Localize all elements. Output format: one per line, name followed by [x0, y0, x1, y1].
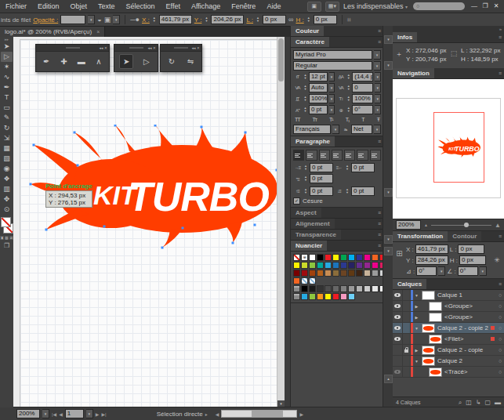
swatch[interactable] — [325, 254, 332, 261]
eye-icon-dimmed[interactable] — [394, 370, 401, 374]
collapsed-panel-icon[interactable]: ▾ — [384, 247, 393, 255]
leading-field[interactable]: (14,4 pt) — [352, 72, 373, 81]
nav-zoom-slider[interactable] — [431, 225, 491, 226]
type-style-button-4[interactable]: T — [361, 117, 364, 122]
lock-cell[interactable] — [403, 312, 411, 322]
swatch[interactable] — [309, 262, 316, 269]
pen-tool-icon[interactable]: ✒ — [1, 82, 13, 92]
swatch[interactable] — [301, 262, 308, 269]
v-scale-field[interactable]: 100% — [352, 94, 373, 103]
info-panel-header[interactable]: Infos ≡ — [393, 32, 504, 43]
visibility-cell[interactable] — [393, 334, 403, 344]
swatch[interactable] — [332, 293, 339, 300]
v-scale-dropdown-icon[interactable]: ▾ — [375, 94, 381, 103]
anchor-point[interactable] — [45, 229, 48, 231]
delete-layer-icon[interactable]: ▬ — [495, 399, 501, 406]
tab-navigation[interactable]: Navigation — [393, 68, 434, 78]
height-field[interactable]: 0 px — [314, 15, 337, 24]
layer-row[interactable]: <Filet>○ — [393, 334, 504, 345]
column-graph-tool-icon[interactable]: ▥ — [1, 184, 13, 194]
swatch[interactable] — [309, 293, 316, 300]
scroll-left-icon[interactable]: ◀ — [216, 411, 219, 417]
width-field[interactable]: 0 px — [263, 15, 286, 24]
swatch[interactable] — [372, 285, 379, 292]
swatch[interactable] — [348, 293, 355, 300]
selection-tool-icon[interactable]: ➤ — [119, 54, 133, 69]
font-family-field[interactable]: Myriad Pro — [293, 50, 372, 60]
layer-name[interactable]: <Groupe> — [442, 313, 496, 320]
swatch[interactable] — [293, 270, 300, 277]
swatch[interactable] — [301, 270, 308, 277]
magic-wand-tool-icon[interactable]: ✶ — [1, 62, 13, 72]
last-artboard-icon[interactable]: ▶| — [101, 411, 106, 417]
swatch[interactable] — [317, 254, 324, 261]
swatch[interactable] — [340, 270, 347, 277]
menu-objet[interactable]: Objet — [65, 0, 93, 13]
character-panel-header[interactable]: Caractère ≡ — [291, 37, 383, 48]
anchor-point[interactable] — [33, 144, 35, 147]
visibility-cell[interactable] — [393, 356, 403, 366]
lock-cell[interactable] — [403, 334, 411, 344]
rotate-tool-icon[interactable]: ↻ — [165, 55, 178, 68]
swatch[interactable] — [325, 293, 332, 300]
hand-tool-icon[interactable]: ✥ — [1, 194, 13, 205]
language-field[interactable]: Français — [293, 125, 331, 134]
menu-selection[interactable]: Sélection — [121, 0, 161, 13]
swatch[interactable] — [309, 270, 316, 277]
tab-transformation[interactable]: Transformation — [393, 231, 448, 241]
indent-first-field[interactable]: 0 pt — [310, 174, 333, 183]
swatch[interactable] — [293, 277, 300, 284]
anti-alias-dropdown-icon[interactable]: ▾ — [374, 125, 381, 134]
swatch[interactable] — [309, 285, 316, 292]
baseline-field[interactable]: 0 pt — [309, 105, 328, 114]
new-layer-icon[interactable]: ▢ — [484, 399, 491, 406]
rectangle-tool-icon[interactable]: ▭ — [1, 103, 13, 113]
font-style-dropdown-icon[interactable]: ▾ — [374, 61, 381, 71]
tab-contour[interactable]: Contour — [448, 231, 481, 241]
tab-infos[interactable]: Infos — [393, 32, 417, 42]
close-button[interactable]: ✕ — [491, 1, 502, 12]
panel-menu-icon[interactable]: ≡ — [499, 68, 504, 78]
tracking-stepper[interactable]: ▲▼ — [346, 85, 350, 91]
swatch[interactable] — [364, 254, 371, 261]
aspect-panel-header[interactable]: Aspect ≡ — [291, 208, 383, 219]
layers-panel-header[interactable]: Calques ≡ — [393, 279, 504, 290]
font-style-field[interactable]: Regular — [293, 61, 372, 71]
swatch[interactable] — [340, 262, 347, 269]
lock-cell[interactable] — [403, 356, 411, 366]
align-center-button[interactable] — [306, 150, 317, 161]
recolor-artwork-icon[interactable]: ◒ — [97, 16, 101, 24]
menu-affichage[interactable]: Affichage — [186, 0, 226, 13]
swatch[interactable] — [332, 285, 339, 292]
lock-cell[interactable] — [403, 290, 411, 300]
justify-last-left-button[interactable] — [332, 150, 343, 161]
layer-row[interactable]: ▶<Groupe>○ — [393, 312, 504, 323]
anchor-point[interactable] — [77, 165, 79, 167]
kerning-dropdown-icon[interactable]: ▾ — [329, 83, 335, 92]
lock-cell[interactable] — [403, 323, 411, 333]
anchor-point[interactable] — [182, 227, 184, 230]
layer-name[interactable]: Calque 2 - copie 2 — [435, 324, 491, 331]
width-stepper[interactable]: ▲▼ — [256, 16, 260, 23]
type-style-button-3[interactable]: T₁ — [346, 117, 350, 122]
leading-dropdown-icon[interactable]: ▾ — [375, 72, 381, 81]
visibility-cell[interactable] — [393, 323, 403, 333]
swatch[interactable] — [340, 293, 347, 300]
swatch-pattern[interactable] — [309, 277, 316, 284]
tab-couleur[interactable]: Couleur — [291, 26, 324, 36]
visibility-cell[interactable] — [393, 301, 403, 311]
anchor-point[interactable] — [254, 224, 256, 226]
isolate-icon[interactable]: ─● — [130, 16, 140, 24]
paragraph-panel-header[interactable]: Paragraphe ≡ — [291, 136, 383, 147]
swatch[interactable] — [317, 270, 324, 277]
transform-l-field[interactable]: 0 px — [458, 244, 484, 254]
expand-icon[interactable]: ▼ — [413, 359, 420, 364]
lock-icon[interactable] — [404, 349, 408, 353]
navigation-preview[interactable]: KIT TURBO — [393, 79, 504, 219]
add-anchor-point-tool-icon[interactable]: ✚ — [57, 55, 70, 68]
color-panel-header[interactable]: Couleur ≡ — [291, 26, 383, 37]
target-circle-icon[interactable]: ○ — [496, 347, 504, 353]
eye-icon[interactable] — [394, 293, 401, 297]
transform-shear-field[interactable]: 0° — [458, 266, 478, 276]
expand-icon[interactable]: ▼ — [413, 326, 420, 331]
